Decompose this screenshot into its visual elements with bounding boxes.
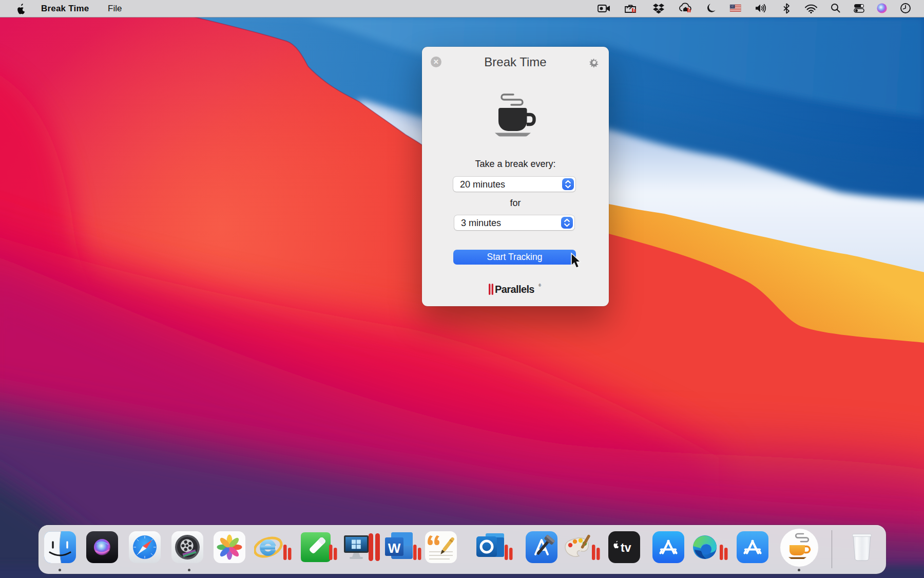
svg-text:Parallels: Parallels (495, 284, 534, 295)
svg-text:tv: tv (621, 541, 631, 554)
svg-text:®: ® (538, 284, 542, 287)
svg-text:W: W (388, 540, 401, 556)
